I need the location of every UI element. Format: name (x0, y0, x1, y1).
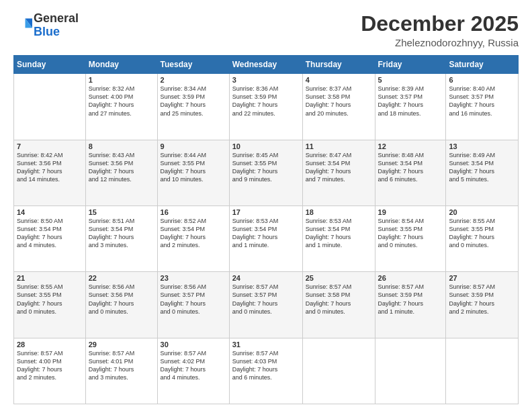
day-info: Sunrise: 8:43 AMSunset: 3:56 PMDaylight:… (89, 151, 154, 184)
calendar-cell: 19Sunrise: 8:54 AMSunset: 3:55 PMDayligh… (375, 205, 446, 271)
calendar-header-friday: Friday (375, 56, 446, 74)
calendar-cell (14, 74, 86, 140)
day-info: Sunrise: 8:53 AMSunset: 3:54 PMDaylight:… (232, 217, 300, 250)
day-number: 29 (89, 340, 154, 349)
calendar-cell: 10Sunrise: 8:45 AMSunset: 3:55 PMDayligh… (229, 140, 302, 205)
day-number: 15 (89, 208, 154, 216)
calendar-cell: 15Sunrise: 8:51 AMSunset: 3:54 PMDayligh… (85, 205, 157, 271)
day-number: 8 (89, 142, 154, 150)
day-number: 21 (17, 274, 83, 282)
logo-text: General Blue (34, 12, 79, 39)
day-number: 24 (232, 274, 300, 282)
day-number: 4 (306, 76, 372, 84)
day-info: Sunrise: 8:39 AMSunset: 3:57 PMDaylight:… (378, 85, 443, 118)
calendar-cell: 2Sunrise: 8:34 AMSunset: 3:59 PMDaylight… (157, 74, 229, 140)
day-number: 3 (232, 76, 300, 84)
calendar-cell: 20Sunrise: 8:55 AMSunset: 3:55 PMDayligh… (446, 205, 519, 271)
calendar-cell (302, 338, 375, 404)
main-title: December 2025 (361, 12, 519, 36)
day-number: 23 (161, 274, 226, 282)
day-number: 28 (17, 340, 83, 349)
calendar-week-1: 7Sunrise: 8:42 AMSunset: 3:56 PMDaylight… (14, 140, 519, 205)
day-number: 22 (89, 274, 154, 282)
calendar-week-4: 28Sunrise: 8:57 AMSunset: 4:00 PMDayligh… (14, 338, 519, 404)
calendar-header-thursday: Thursday (302, 56, 375, 74)
day-number: 14 (17, 208, 83, 216)
calendar-cell: 27Sunrise: 8:57 AMSunset: 3:59 PMDayligh… (446, 272, 519, 338)
day-number: 18 (306, 208, 372, 216)
calendar-cell: 14Sunrise: 8:50 AMSunset: 3:54 PMDayligh… (14, 205, 86, 271)
calendar-cell: 23Sunrise: 8:56 AMSunset: 3:57 PMDayligh… (157, 272, 229, 338)
day-info: Sunrise: 8:57 AMSunset: 4:03 PMDaylight:… (232, 349, 300, 382)
day-info: Sunrise: 8:42 AMSunset: 3:56 PMDaylight:… (17, 151, 83, 184)
calendar-cell: 13Sunrise: 8:49 AMSunset: 3:54 PMDayligh… (446, 140, 519, 205)
calendar-cell: 17Sunrise: 8:53 AMSunset: 3:54 PMDayligh… (229, 205, 302, 271)
calendar-week-2: 14Sunrise: 8:50 AMSunset: 3:54 PMDayligh… (14, 205, 519, 271)
day-info: Sunrise: 8:55 AMSunset: 3:55 PMDaylight:… (449, 217, 515, 250)
calendar-cell: 6Sunrise: 8:40 AMSunset: 3:57 PMDaylight… (446, 74, 519, 140)
day-info: Sunrise: 8:32 AMSunset: 4:00 PMDaylight:… (89, 85, 154, 118)
day-number: 11 (306, 142, 372, 150)
calendar-header-tuesday: Tuesday (157, 56, 229, 74)
calendar-cell (375, 338, 446, 404)
calendar-cell: 3Sunrise: 8:36 AMSunset: 3:59 PMDaylight… (229, 74, 302, 140)
day-number: 9 (161, 142, 226, 150)
calendar-cell: 21Sunrise: 8:55 AMSunset: 3:55 PMDayligh… (14, 272, 86, 338)
day-number: 16 (161, 208, 226, 216)
day-number: 25 (306, 274, 372, 282)
calendar-cell: 4Sunrise: 8:37 AMSunset: 3:58 PMDaylight… (302, 74, 375, 140)
logo-general: General (34, 11, 79, 25)
day-number: 17 (232, 208, 300, 216)
calendar-header-monday: Monday (85, 56, 157, 74)
day-info: Sunrise: 8:57 AMSunset: 4:01 PMDaylight:… (89, 349, 154, 382)
calendar-cell: 26Sunrise: 8:57 AMSunset: 3:59 PMDayligh… (375, 272, 446, 338)
calendar-cell: 8Sunrise: 8:43 AMSunset: 3:56 PMDaylight… (85, 140, 157, 205)
calendar-cell: 31Sunrise: 8:57 AMSunset: 4:03 PMDayligh… (229, 338, 302, 404)
logo: General Blue (13, 12, 79, 39)
day-info: Sunrise: 8:57 AMSunset: 4:00 PMDaylight:… (17, 349, 83, 382)
calendar-cell: 29Sunrise: 8:57 AMSunset: 4:01 PMDayligh… (85, 338, 157, 404)
day-number: 7 (17, 142, 83, 150)
day-info: Sunrise: 8:48 AMSunset: 3:54 PMDaylight:… (378, 151, 443, 184)
calendar-cell: 9Sunrise: 8:44 AMSunset: 3:55 PMDaylight… (157, 140, 229, 205)
day-info: Sunrise: 8:56 AMSunset: 3:56 PMDaylight:… (89, 283, 154, 316)
calendar-week-3: 21Sunrise: 8:55 AMSunset: 3:55 PMDayligh… (14, 272, 519, 338)
day-info: Sunrise: 8:34 AMSunset: 3:59 PMDaylight:… (161, 85, 226, 118)
day-number: 31 (232, 340, 300, 349)
logo-blue: Blue (34, 25, 60, 38)
day-number: 1 (89, 76, 154, 84)
day-info: Sunrise: 8:49 AMSunset: 3:54 PMDaylight:… (449, 151, 515, 184)
day-number: 5 (378, 76, 443, 84)
day-info: Sunrise: 8:51 AMSunset: 3:54 PMDaylight:… (89, 217, 154, 250)
day-info: Sunrise: 8:57 AMSunset: 3:58 PMDaylight:… (306, 283, 372, 316)
day-number: 26 (378, 274, 443, 282)
calendar-week-0: 1Sunrise: 8:32 AMSunset: 4:00 PMDaylight… (14, 74, 519, 140)
calendar-cell (446, 338, 519, 404)
day-number: 10 (232, 142, 300, 150)
calendar-cell: 30Sunrise: 8:57 AMSunset: 4:02 PMDayligh… (157, 338, 229, 404)
calendar-header-row: SundayMondayTuesdayWednesdayThursdayFrid… (14, 56, 519, 74)
calendar-cell: 5Sunrise: 8:39 AMSunset: 3:57 PMDaylight… (375, 74, 446, 140)
day-info: Sunrise: 8:40 AMSunset: 3:57 PMDaylight:… (449, 85, 515, 118)
calendar-table: SundayMondayTuesdayWednesdayThursdayFrid… (13, 55, 519, 404)
day-info: Sunrise: 8:50 AMSunset: 3:54 PMDaylight:… (17, 217, 83, 250)
calendar-cell: 22Sunrise: 8:56 AMSunset: 3:56 PMDayligh… (85, 272, 157, 338)
day-info: Sunrise: 8:57 AMSunset: 3:59 PMDaylight:… (449, 283, 515, 316)
day-info: Sunrise: 8:37 AMSunset: 3:58 PMDaylight:… (306, 85, 372, 118)
day-number: 20 (449, 208, 515, 216)
day-number: 13 (449, 142, 515, 150)
day-info: Sunrise: 8:52 AMSunset: 3:54 PMDaylight:… (161, 217, 226, 250)
day-info: Sunrise: 8:45 AMSunset: 3:55 PMDaylight:… (232, 151, 300, 184)
calendar-cell: 28Sunrise: 8:57 AMSunset: 4:00 PMDayligh… (14, 338, 86, 404)
calendar-header-wednesday: Wednesday (229, 56, 302, 74)
day-number: 6 (449, 76, 515, 84)
day-number: 30 (161, 340, 226, 349)
day-info: Sunrise: 8:55 AMSunset: 3:55 PMDaylight:… (17, 283, 83, 316)
title-block: December 2025 Zheleznodorozhnyy, Russia (361, 12, 519, 48)
page: General Blue December 2025 Zheleznodoroz… (0, 0, 532, 411)
day-number: 12 (378, 142, 443, 150)
calendar-cell: 18Sunrise: 8:53 AMSunset: 3:54 PMDayligh… (302, 205, 375, 271)
subtitle: Zheleznodorozhnyy, Russia (361, 37, 519, 48)
calendar-cell: 7Sunrise: 8:42 AMSunset: 3:56 PMDaylight… (14, 140, 86, 205)
day-info: Sunrise: 8:56 AMSunset: 3:57 PMDaylight:… (161, 283, 226, 316)
